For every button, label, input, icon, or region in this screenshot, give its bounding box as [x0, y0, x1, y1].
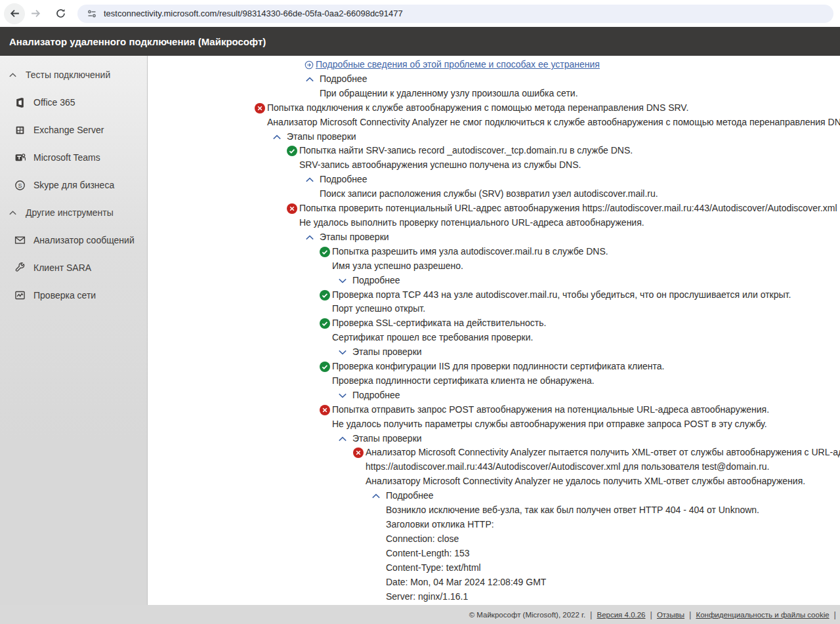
detail-text: Имя узла успешно разрешено.	[332, 259, 463, 274]
expander-label[interactable]: Подробнее	[386, 489, 434, 503]
sidebar-item-network[interactable]: Проверка сети	[0, 281, 147, 309]
test-step-failed: Попытка подключения к службе автообнаруж…	[148, 101, 840, 115]
error-icon	[255, 103, 265, 114]
browser-back-button[interactable]	[4, 3, 25, 24]
test-detail-text: Content-Type: text/html	[148, 561, 840, 575]
test-step-text: Попытка найти SRV-запись record _autodis…	[299, 144, 633, 158]
footer-link-0[interactable]: Версия 4.0.26	[597, 611, 645, 619]
test-detail-text: При обращении к удаленному узлу произошл…	[148, 87, 840, 101]
detail-text: Не удалось выполнить проверку потенциаль…	[299, 216, 644, 230]
copyright-text: © Майкрософт (Microsoft), 2022 г.	[469, 611, 585, 619]
expander-label[interactable]: Подробнее	[320, 72, 368, 87]
footer-separator: |	[590, 610, 592, 619]
sidebar-item-teams[interactable]: Microsoft Teams	[0, 144, 147, 171]
chevron-up-icon[interactable]	[304, 232, 315, 243]
detail-text: Возникло исключение веб-узла, так как бы…	[386, 503, 759, 518]
expander-row: Подробнее	[148, 173, 840, 187]
test-step-text: Проверка конфигурации IIS для проверки п…	[332, 360, 664, 374]
footer-link-1[interactable]: Отзывы	[657, 611, 684, 619]
expander-label[interactable]: Этапы проверки	[320, 230, 389, 245]
test-detail-text: Анализатору Microsoft Connectivity Analy…	[148, 474, 840, 489]
error-icon	[320, 405, 330, 415]
detail-text: Date: Mon, 04 Mar 2024 12:08:49 GMT	[386, 575, 546, 590]
chevron-up-icon[interactable]	[371, 491, 381, 501]
browser-reload-button[interactable]	[50, 3, 71, 24]
link-arrow-icon	[304, 60, 314, 70]
test-step-failed: Анализатор Microsoft Connectivity Analyz…	[148, 446, 840, 460]
expander-label[interactable]: Этапы проверки	[352, 345, 422, 360]
page-title: Анализатор удаленного подключения (Майкр…	[9, 36, 266, 47]
sidebar-item-wrench[interactable]: Клиент SARA	[0, 254, 147, 281]
test-step-passed: Проверка конфигурации IIS для проверки п…	[148, 360, 840, 374]
expander-row: Этапы проверки	[148, 130, 840, 144]
chevron-down-icon[interactable]	[337, 276, 348, 286]
detail-text: Content-Length: 153	[386, 547, 470, 561]
chevron-up-icon[interactable]	[304, 74, 315, 85]
mail-icon	[14, 235, 26, 246]
sidebar-group-label: Другие инструменты	[26, 207, 114, 218]
site-settings-icon[interactable]	[87, 9, 97, 19]
address-bar[interactable]: testconnectivity.microsoft.com/result/98…	[77, 5, 833, 23]
sidebar-group-header[interactable]: Тесты подключений	[0, 61, 147, 89]
expander-label[interactable]: Подробнее	[352, 274, 400, 288]
back-arrow-icon	[9, 8, 20, 19]
test-step-text: Проверка SSL-сертификата на действительн…	[332, 316, 546, 331]
chevron-down-icon[interactable]	[337, 390, 348, 401]
test-step-text: Попытка подключения к службе автообнаруж…	[267, 101, 688, 115]
expander-label[interactable]: Подробнее	[352, 388, 400, 403]
collapse-chevron-icon	[7, 207, 18, 218]
test-step-text: Проверка порта TCP 443 на узле autodisco…	[332, 288, 791, 302]
test-detail-text: Заголовки отклика HTTP:	[148, 518, 840, 532]
test-detail-text: Content-Length: 153	[148, 547, 840, 561]
test-detail-text: Не удалось получить параметры службы авт…	[148, 417, 840, 432]
sidebar-item-label: Клиент SARA	[33, 262, 91, 273]
svg-text:S: S	[18, 182, 22, 188]
collapse-chevron-icon	[7, 70, 18, 81]
test-step-failed: Попытка отправить запрос POST автообнару…	[148, 403, 840, 417]
problem-details-link[interactable]: Подробные сведения об этой проблеме и сп…	[316, 58, 600, 72]
sidebar-group-label: Тесты подключений	[26, 70, 110, 80]
test-detail-text: Порт успешно открыт.	[148, 302, 840, 316]
teams-icon	[14, 152, 26, 163]
chevron-up-icon[interactable]	[337, 434, 348, 444]
chevron-up-icon[interactable]	[304, 175, 315, 185]
sidebar-item-office[interactable]: Office 365	[0, 89, 147, 116]
footer: © Майкрософт (Microsoft), 2022 г. |Верси…	[0, 605, 840, 624]
expander-label[interactable]: Подробнее	[320, 173, 368, 187]
browser-forward-button[interactable]	[25, 3, 46, 24]
detail-text: Content-Type: text/html	[386, 561, 481, 575]
chevron-down-icon[interactable]	[337, 347, 348, 358]
detail-text: Server: nginx/1.16.1	[386, 590, 468, 604]
sidebar-item-mail[interactable]: Анализатор сообщений	[0, 226, 147, 254]
url-text[interactable]: testconnectivity.microsoft.com/result/98…	[104, 9, 403, 18]
test-step-text: Попытка проверить потенциальный URL-адре…	[299, 201, 837, 216]
sidebar-item-label: Skype для бизнеса	[33, 180, 114, 190]
expander-row: Подробнее	[148, 72, 840, 87]
test-detail-text: Анализатор Microsoft Connectivity Analyz…	[148, 115, 840, 130]
test-detail-text: Поиск записи расположения службы (SRV) в…	[148, 187, 840, 201]
test-detail-text: Имя узла успешно разрешено.	[148, 259, 840, 274]
test-step-failed: Попытка проверить потенциальный URL-адре…	[148, 201, 840, 216]
detail-text: Анализатору Microsoft Connectivity Analy…	[366, 474, 805, 489]
test-step-text: Попытка разрешить имя узла autodiscover.…	[332, 245, 608, 259]
sidebar-item-skype[interactable]: SSkype для бизнеса	[0, 171, 147, 199]
sidebar-item-exchange[interactable]: Exchange Server	[0, 116, 147, 144]
expander-label[interactable]: Этапы проверки	[287, 130, 356, 144]
app-header: Анализатор удаленного подключения (Майкр…	[0, 27, 840, 56]
detail-text: Поиск записи расположения службы (SRV) в…	[320, 187, 658, 201]
expander-label[interactable]: Этапы проверки	[352, 432, 422, 446]
sidebar-group-header[interactable]: Другие инструменты	[0, 199, 147, 226]
test-detail-text: https://autodiscover.mail.ru:443/Autodis…	[148, 460, 840, 474]
detail-text: Не удалось получить параметры службы авт…	[332, 417, 767, 432]
sidebar-item-label: Проверка сети	[33, 290, 96, 301]
office-icon	[14, 97, 26, 108]
footer-link-2[interactable]: Конфиденциальность и файлы cookie	[696, 611, 829, 619]
chevron-up-icon[interactable]	[272, 132, 282, 142]
success-icon	[287, 146, 297, 156]
test-step-passed: Проверка SSL-сертификата на действительн…	[148, 316, 840, 331]
expander-row: Подробнее	[148, 274, 840, 288]
test-detail-text: SRV-запись автообнаружения успешно получ…	[148, 158, 840, 173]
detail-text: Анализатор Microsoft Connectivity Analyz…	[267, 115, 840, 130]
footer-separator: |	[689, 610, 691, 619]
success-icon	[320, 247, 330, 257]
